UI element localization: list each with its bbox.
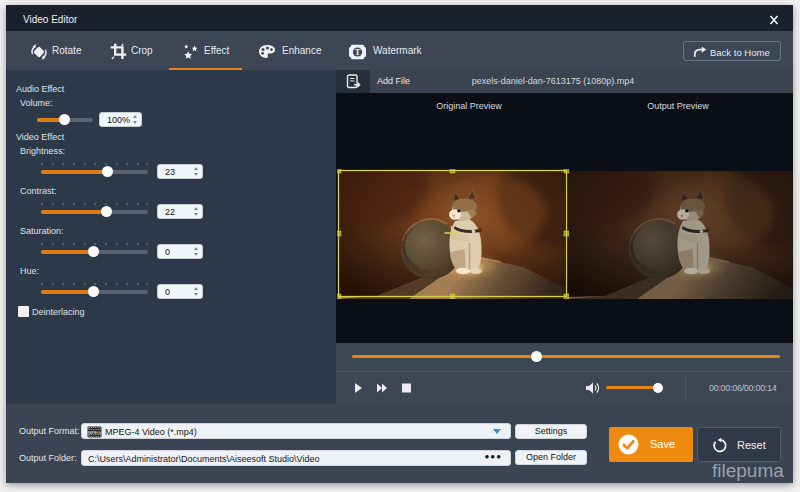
svg-text:T: T bbox=[355, 47, 361, 57]
svg-text:MPEG: MPEG bbox=[88, 430, 102, 435]
